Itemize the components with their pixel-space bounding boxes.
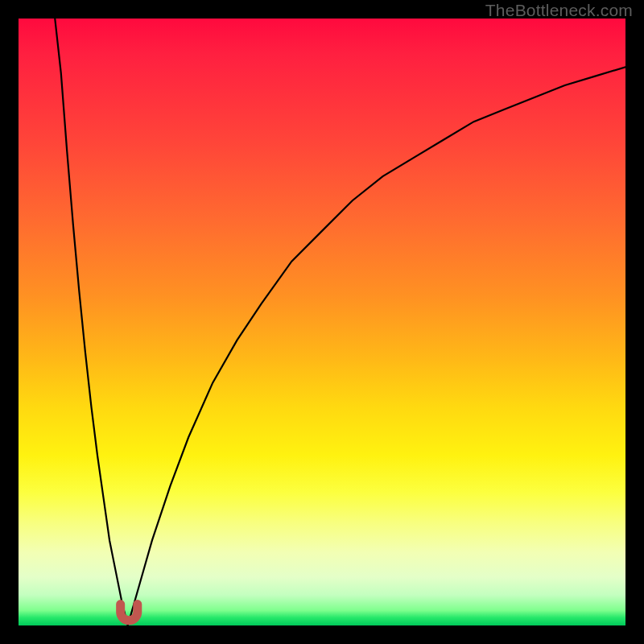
watermark-text: TheBottleneck.com [485,1,633,20]
right-branch-curve [128,67,625,625]
notch-marker [121,605,138,621]
left-branch-curve [55,19,127,625]
curve-layer [19,19,625,625]
plot-area [19,19,625,625]
chart-frame: TheBottleneck.com [0,0,644,644]
